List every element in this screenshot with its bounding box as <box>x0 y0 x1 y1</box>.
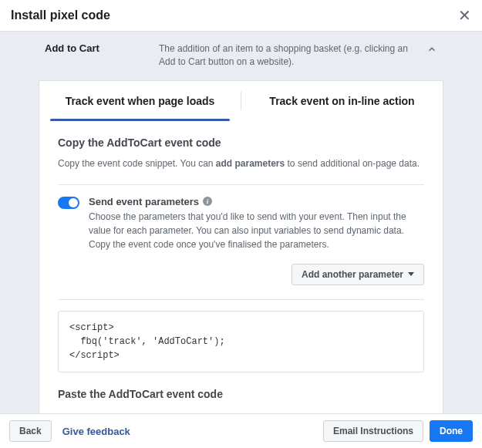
close-icon[interactable]: ✕ <box>458 8 471 23</box>
code-snippet[interactable]: <script> fbq('track', 'AddToCart'); </sc… <box>58 311 424 372</box>
copy-section-desc: Copy the event code snippet. You can add… <box>58 157 424 170</box>
modal-body: Add to Cart The addition of an item to a… <box>0 32 482 416</box>
done-button[interactable]: Done <box>430 420 473 442</box>
send-params-row: Send event parameters i Choose the param… <box>58 196 424 251</box>
event-accordion-header[interactable]: Add to Cart The addition of an item to a… <box>39 32 443 80</box>
send-params-toggle[interactable] <box>58 197 79 209</box>
tab-bar: Track event when page loads Track event … <box>39 81 443 121</box>
send-params-label: Send event parameters i <box>89 196 424 207</box>
email-instructions-button[interactable]: Email Instructions <box>323 420 423 442</box>
tab-content: Copy the AddToCart event code Copy the e… <box>39 121 443 416</box>
give-feedback-link[interactable]: Give feedback <box>62 426 130 437</box>
add-parameter-button[interactable]: Add another parameter <box>292 264 424 285</box>
modal-header: Install pixel code ✕ <box>0 0 482 32</box>
page-title: Install pixel code <box>11 8 110 22</box>
back-button[interactable]: Back <box>9 420 52 442</box>
add-param-row: Add another parameter <box>58 264 424 285</box>
event-config-card: Track event when page loads Track event … <box>39 80 443 416</box>
send-params-desc: Choose the parameters that you'd like to… <box>89 210 424 251</box>
footer-left: Back Give feedback <box>9 420 130 442</box>
event-name: Add to Cart <box>45 42 150 54</box>
copy-section-title: Copy the AddToCart event code <box>58 136 424 149</box>
caret-down-icon <box>408 272 414 276</box>
footer-right: Email Instructions Done <box>323 420 473 442</box>
tab-page-load[interactable]: Track event when page loads <box>39 81 241 121</box>
tab-inline-action[interactable]: Track event on in-line action <box>241 81 443 121</box>
divider <box>58 184 424 185</box>
paste-section-title: Paste the AddToCart event code <box>58 388 424 400</box>
info-icon[interactable]: i <box>203 197 212 206</box>
chevron-up-icon <box>426 44 437 55</box>
divider <box>58 299 424 300</box>
event-description: The addition of an item to a shopping ba… <box>159 42 417 69</box>
modal-footer: Back Give feedback Email Instructions Do… <box>0 413 482 448</box>
